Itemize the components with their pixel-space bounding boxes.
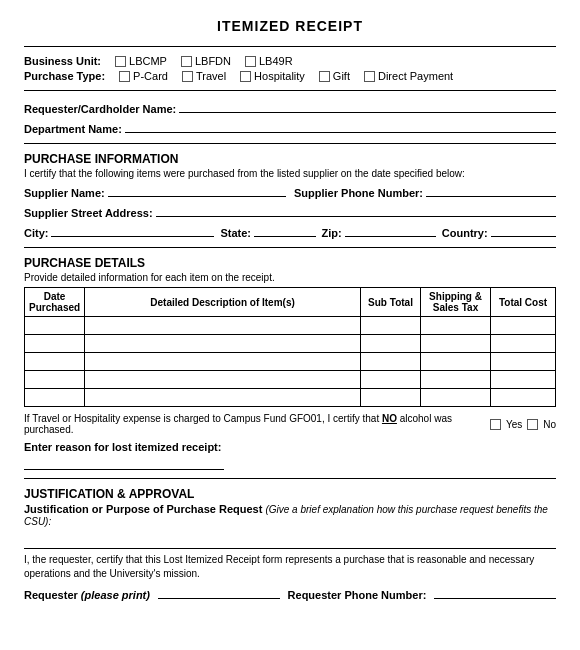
- bu-lbfdn-group: LBFDN: [181, 55, 231, 67]
- supplier-address-field[interactable]: [156, 203, 556, 217]
- bu-lb49r-label: LB49R: [259, 55, 293, 67]
- page-title: ITEMIZED RECEIPT: [24, 18, 556, 34]
- cell-total-4[interactable]: [491, 371, 556, 389]
- cell-date-2[interactable]: [25, 335, 85, 353]
- justification-body: I, the requester, certify that this Lost…: [24, 553, 556, 581]
- country-field[interactable]: [491, 223, 556, 237]
- zip-group: Zip:: [322, 223, 436, 239]
- cell-ship-1[interactable]: [421, 317, 491, 335]
- cell-sub-2[interactable]: [361, 335, 421, 353]
- state-group: State:: [220, 223, 315, 239]
- supplier-phone-field[interactable]: [426, 183, 556, 197]
- cell-total-5[interactable]: [491, 389, 556, 407]
- pt-travel-checkbox[interactable]: [182, 71, 193, 82]
- pt-pcard-group: P-Card: [119, 70, 168, 82]
- requester-field[interactable]: [179, 99, 556, 113]
- supplier-phone-group: Supplier Phone Number:: [294, 183, 556, 199]
- notice-text: If Travel or Hospitality expense is char…: [24, 413, 484, 435]
- justification-header: JUSTIFICATION & APPROVAL: [24, 487, 556, 501]
- cell-desc-3[interactable]: [85, 353, 361, 371]
- purchase-type-row: Purchase Type: P-Card Travel Hospitality…: [24, 70, 556, 82]
- cell-total-2[interactable]: [491, 335, 556, 353]
- yes-no-group: Yes No: [490, 419, 556, 430]
- divider-top: [24, 46, 556, 47]
- cell-desc-1[interactable]: [85, 317, 361, 335]
- purchase-type-label: Purchase Type:: [24, 70, 105, 82]
- cell-date-1[interactable]: [25, 317, 85, 335]
- table-row: [25, 389, 556, 407]
- pt-pcard-label: P-Card: [133, 70, 168, 82]
- cell-desc-2[interactable]: [85, 335, 361, 353]
- cell-total-3[interactable]: [491, 353, 556, 371]
- pt-travel-label: Travel: [196, 70, 226, 82]
- bu-lbcmp-group: LBCMP: [115, 55, 167, 67]
- col-header-desc: Detailed Description of Item(s): [85, 288, 361, 317]
- supplier-address-label: Supplier Street Address:: [24, 207, 153, 219]
- cell-date-5[interactable]: [25, 389, 85, 407]
- supplier-name-phone-row: Supplier Name: Supplier Phone Number:: [24, 183, 556, 199]
- no-label: No: [543, 419, 556, 430]
- supplier-name-label: Supplier Name:: [24, 187, 105, 199]
- cell-desc-5[interactable]: [85, 389, 361, 407]
- supplier-name-group: Supplier Name:: [24, 183, 286, 199]
- pt-gift-label: Gift: [333, 70, 350, 82]
- notice-bold: NO: [382, 413, 397, 424]
- city-field[interactable]: [51, 223, 214, 237]
- pt-gift-group: Gift: [319, 70, 350, 82]
- zip-label: Zip:: [322, 227, 342, 239]
- cell-sub-1[interactable]: [361, 317, 421, 335]
- department-field[interactable]: [125, 119, 556, 133]
- bu-lbfdn-label: LBFDN: [195, 55, 231, 67]
- yes-label: Yes: [506, 419, 522, 430]
- bu-lbfdn-checkbox[interactable]: [181, 56, 192, 67]
- table-row: [25, 317, 556, 335]
- cell-ship-2[interactable]: [421, 335, 491, 353]
- divider-1: [24, 90, 556, 91]
- state-field[interactable]: [254, 223, 316, 237]
- cell-desc-4[interactable]: [85, 371, 361, 389]
- pt-direct-checkbox[interactable]: [364, 71, 375, 82]
- city-state-zip-row: City: State: Zip: Country:: [24, 223, 556, 239]
- no-checkbox[interactable]: [527, 419, 538, 430]
- table-row: [25, 353, 556, 371]
- yes-checkbox[interactable]: [490, 419, 501, 430]
- purchase-table: DatePurchased Detailed Description of It…: [24, 287, 556, 407]
- purchase-details-header: PURCHASE DETAILS: [24, 256, 556, 270]
- supplier-address-row: Supplier Street Address:: [24, 203, 556, 219]
- justification-area[interactable]: [24, 531, 556, 549]
- bu-lbcmp-checkbox[interactable]: [115, 56, 126, 67]
- col-header-total: Total Cost: [491, 288, 556, 317]
- bu-lbcmp-label: LBCMP: [129, 55, 167, 67]
- requester-print-field[interactable]: [158, 585, 280, 599]
- cell-sub-4[interactable]: [361, 371, 421, 389]
- pt-travel-group: Travel: [182, 70, 226, 82]
- pt-pcard-checkbox[interactable]: [119, 71, 130, 82]
- cell-sub-5[interactable]: [361, 389, 421, 407]
- pt-hospitality-label: Hospitality: [254, 70, 305, 82]
- pt-gift-checkbox[interactable]: [319, 71, 330, 82]
- lost-receipt-field[interactable]: [24, 456, 224, 470]
- cell-date-4[interactable]: [25, 371, 85, 389]
- requester-phone-field[interactable]: [434, 585, 556, 599]
- zip-field[interactable]: [345, 223, 436, 237]
- divider-3: [24, 247, 556, 248]
- supplier-phone-label: Supplier Phone Number:: [294, 187, 423, 199]
- cell-sub-3[interactable]: [361, 353, 421, 371]
- cell-ship-3[interactable]: [421, 353, 491, 371]
- pt-hospitality-checkbox[interactable]: [240, 71, 251, 82]
- cell-date-3[interactable]: [25, 353, 85, 371]
- business-unit-row: Business Unit: LBCMP LBFDN LB49R: [24, 55, 556, 67]
- country-group: Country:: [442, 223, 556, 239]
- justification-label: Justification or Purpose of Purchase Req…: [24, 503, 262, 515]
- col-header-sub: Sub Total: [361, 288, 421, 317]
- city-group: City:: [24, 223, 214, 239]
- supplier-name-field[interactable]: [108, 183, 286, 197]
- cell-ship-4[interactable]: [421, 371, 491, 389]
- bu-lb49r-group: LB49R: [245, 55, 293, 67]
- state-label: State:: [220, 227, 251, 239]
- bu-lb49r-checkbox[interactable]: [245, 56, 256, 67]
- cell-total-1[interactable]: [491, 317, 556, 335]
- purchase-info-certify: I certify that the following items were …: [24, 168, 556, 179]
- cell-ship-5[interactable]: [421, 389, 491, 407]
- business-unit-label: Business Unit:: [24, 55, 101, 67]
